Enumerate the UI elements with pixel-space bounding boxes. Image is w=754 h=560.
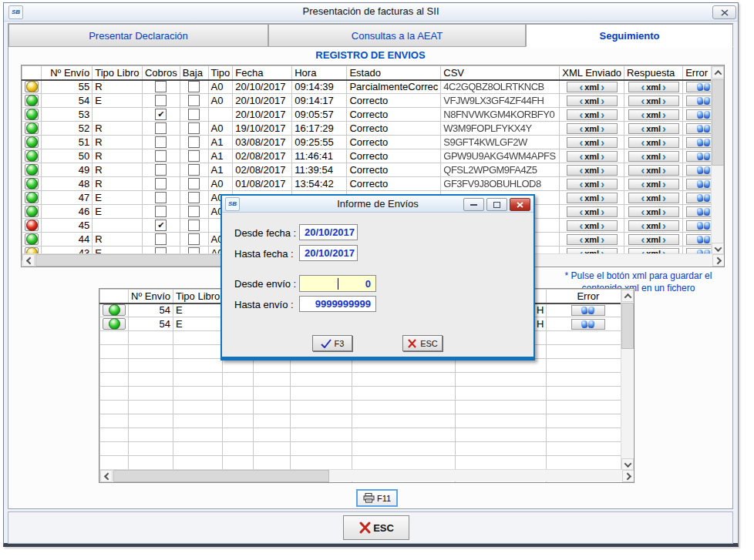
tab-presentar-declaracion[interactable]: Presentar Declaración (8, 24, 268, 47)
hasta-fecha-field[interactable]: 20/10/2017 (299, 245, 358, 261)
status-orb-button[interactable] (25, 81, 39, 92)
baja-checkbox-unchecked[interactable] (188, 164, 200, 176)
dialog-close-button[interactable] (510, 198, 530, 211)
error-view-button[interactable] (571, 305, 605, 316)
exit-button[interactable]: ESC (343, 515, 409, 540)
cobros-checkbox-unchecked[interactable] (155, 95, 167, 106)
baja-checkbox-unchecked[interactable] (188, 220, 200, 231)
hasta-envio-field[interactable]: 9999999999 (299, 296, 376, 312)
xml-respuesta-button[interactable]: ‹xml› (628, 220, 679, 231)
cell-tipo-libro: E (173, 303, 223, 317)
window-close-button[interactable] (712, 5, 736, 19)
xml-respuesta-button[interactable]: ‹xml› (628, 137, 679, 148)
cobros-checkbox-checked[interactable]: ✔ (155, 109, 167, 120)
status-orb-button[interactable] (25, 206, 39, 217)
baja-checkbox-unchecked[interactable] (188, 81, 200, 92)
status-orb-button[interactable] (25, 109, 39, 120)
scroll-thumb[interactable] (712, 79, 724, 166)
detail-vscrollbar[interactable] (621, 290, 633, 471)
status-orb-button[interactable] (25, 122, 39, 134)
xml-respuesta-button[interactable]: ‹xml› (628, 234, 679, 245)
xml-enviado-button[interactable]: ‹xml› (567, 137, 618, 148)
cobros-checkbox-unchecked[interactable] (155, 136, 167, 148)
header-tipo: Tipo (208, 66, 233, 80)
status-orb-button[interactable] (25, 95, 39, 106)
xml-respuesta-cell: ‹xml› (624, 191, 683, 205)
baja-checkbox-unchecked[interactable] (188, 192, 200, 203)
status-orb-button[interactable] (25, 178, 39, 189)
xml-enviado-cell: ‹xml› (560, 80, 624, 94)
cobros-checkbox-unchecked[interactable] (155, 150, 167, 162)
xml-respuesta-button[interactable]: ‹xml› (628, 82, 679, 92)
cobros-checkbox-unchecked[interactable] (155, 81, 167, 92)
status-orb-button[interactable] (25, 220, 39, 231)
cobros-checkbox-unchecked[interactable] (155, 122, 167, 134)
xml-enviado-button[interactable]: ‹xml› (567, 82, 618, 92)
baja-checkbox-unchecked[interactable] (188, 150, 200, 162)
xml-enviado-button[interactable]: ‹xml› (567, 220, 618, 231)
chevron-right-icon: › (662, 139, 666, 146)
empty-row (100, 373, 630, 387)
scroll-right-arrow[interactable] (712, 254, 725, 267)
status-orb-button[interactable] (25, 136, 39, 148)
scroll-thumb[interactable] (621, 303, 634, 349)
empty-cell (100, 345, 129, 359)
xml-enviado-button[interactable]: ‹xml› (567, 165, 618, 176)
xml-enviado-button[interactable]: ‹xml› (567, 179, 618, 189)
baja-checkbox-unchecked[interactable] (188, 233, 200, 245)
xml-enviado-button[interactable]: ‹xml› (567, 123, 618, 134)
scroll-left-arrow[interactable] (100, 470, 113, 482)
xml-respuesta-button[interactable]: ‹xml› (628, 109, 679, 120)
cobros-checkbox-unchecked[interactable] (155, 164, 167, 176)
status-orb-button[interactable] (25, 150, 39, 162)
print-button[interactable]: F11 (356, 489, 398, 507)
detail-hscrollbar[interactable] (100, 469, 635, 481)
scroll-up-arrow[interactable] (712, 66, 724, 79)
xml-enviado-button[interactable]: ‹xml› (567, 234, 618, 245)
scroll-right-arrow[interactable] (622, 470, 635, 482)
baja-checkbox-unchecked[interactable] (188, 136, 200, 148)
xml-respuesta-button[interactable]: ‹xml› (628, 96, 679, 106)
xml-respuesta-button[interactable]: ‹xml› (628, 151, 679, 162)
cobros-checkbox-unchecked[interactable] (155, 233, 167, 245)
error-view-button[interactable] (571, 319, 605, 330)
cancel-button-label: ESC (420, 339, 438, 348)
baja-checkbox-unchecked[interactable] (188, 206, 200, 217)
tab-consultas-aeat[interactable]: Consultas a la AEAT (268, 24, 526, 47)
xml-enviado-button[interactable]: ‹xml› (567, 96, 618, 106)
xml-respuesta-button[interactable]: ‹xml› (628, 165, 679, 176)
status-orb-button[interactable] (25, 233, 39, 245)
desde-fecha-field[interactable]: 20/10/2017 (299, 224, 358, 240)
envios-vscrollbar[interactable] (711, 66, 723, 255)
xml-enviado-button[interactable]: ‹xml› (567, 193, 618, 203)
xml-respuesta-button[interactable]: ‹xml› (628, 206, 679, 217)
cobros-checkbox-unchecked[interactable] (155, 178, 167, 189)
xml-enviado-button[interactable]: ‹xml› (567, 206, 618, 217)
status-orb-button[interactable] (25, 192, 39, 203)
desde-envio-field[interactable]: 0 (299, 275, 376, 292)
dialog-cancel-button[interactable]: ESC (402, 335, 443, 351)
xml-respuesta-button[interactable]: ‹xml› (628, 179, 679, 189)
dialog-minimize-button[interactable] (463, 198, 484, 211)
dialog-restore-button[interactable] (486, 198, 507, 211)
xml-enviado-button[interactable]: ‹xml› (567, 109, 618, 120)
scroll-left-arrow[interactable] (22, 254, 35, 267)
xml-respuesta-button[interactable]: ‹xml› (628, 123, 679, 134)
tab-seguimiento[interactable]: Seguimiento (526, 24, 733, 47)
cobros-checkbox-checked[interactable]: ✔ (155, 220, 167, 231)
baja-checkbox-unchecked[interactable] (188, 178, 200, 189)
baja-checkbox-unchecked[interactable] (188, 122, 200, 134)
xml-enviado-button[interactable]: ‹xml› (567, 151, 618, 162)
status-orb-button[interactable] (103, 318, 126, 330)
status-orb-button[interactable] (103, 304, 126, 316)
status-orb-button[interactable] (25, 164, 39, 176)
dialog-ok-button[interactable]: F3 (312, 335, 352, 351)
xml-respuesta-button[interactable]: ‹xml› (628, 193, 679, 203)
cobros-checkbox-unchecked[interactable] (155, 206, 167, 217)
empty-cell (254, 428, 291, 442)
scroll-thumb[interactable] (113, 470, 329, 482)
scroll-up-arrow[interactable] (621, 290, 634, 302)
baja-checkbox-unchecked[interactable] (188, 109, 200, 120)
cobros-checkbox-unchecked[interactable] (155, 192, 167, 203)
baja-checkbox-unchecked[interactable] (188, 95, 200, 106)
